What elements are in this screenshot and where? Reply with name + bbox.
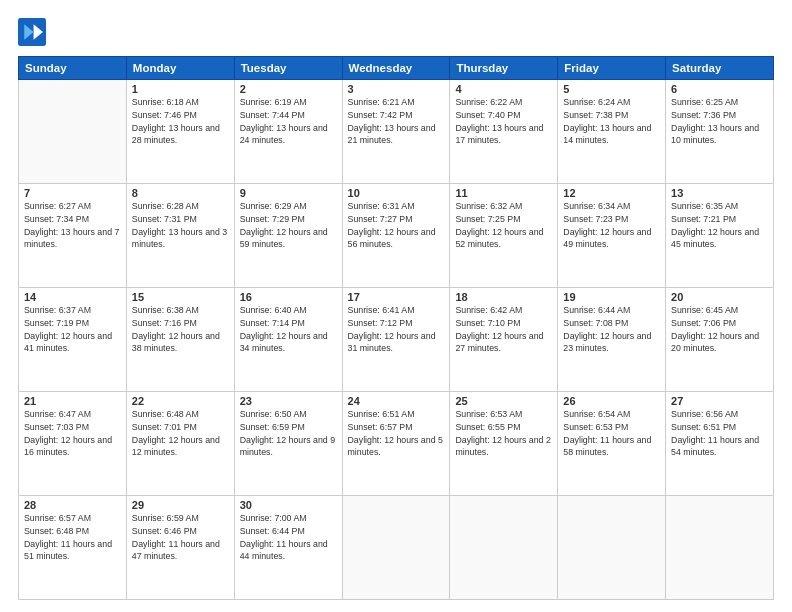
day-number: 28 (24, 499, 121, 511)
calendar-cell (19, 80, 127, 184)
calendar-cell: 30Sunrise: 7:00 AM Sunset: 6:44 PM Dayli… (234, 496, 342, 600)
day-number: 27 (671, 395, 768, 407)
calendar-cell: 11Sunrise: 6:32 AM Sunset: 7:25 PM Dayli… (450, 184, 558, 288)
day-info: Sunrise: 6:27 AM Sunset: 7:34 PM Dayligh… (24, 200, 121, 251)
weekday-header: Tuesday (234, 57, 342, 80)
day-number: 22 (132, 395, 229, 407)
calendar-cell: 7Sunrise: 6:27 AM Sunset: 7:34 PM Daylig… (19, 184, 127, 288)
day-number: 15 (132, 291, 229, 303)
day-number: 30 (240, 499, 337, 511)
calendar-cell: 16Sunrise: 6:40 AM Sunset: 7:14 PM Dayli… (234, 288, 342, 392)
day-number: 12 (563, 187, 660, 199)
day-number: 26 (563, 395, 660, 407)
calendar-cell: 17Sunrise: 6:41 AM Sunset: 7:12 PM Dayli… (342, 288, 450, 392)
day-info: Sunrise: 6:31 AM Sunset: 7:27 PM Dayligh… (348, 200, 445, 251)
day-info: Sunrise: 6:44 AM Sunset: 7:08 PM Dayligh… (563, 304, 660, 355)
day-number: 25 (455, 395, 552, 407)
day-info: Sunrise: 6:45 AM Sunset: 7:06 PM Dayligh… (671, 304, 768, 355)
day-info: Sunrise: 6:48 AM Sunset: 7:01 PM Dayligh… (132, 408, 229, 459)
weekday-header-row: SundayMondayTuesdayWednesdayThursdayFrid… (19, 57, 774, 80)
calendar-cell: 19Sunrise: 6:44 AM Sunset: 7:08 PM Dayli… (558, 288, 666, 392)
week-row: 14Sunrise: 6:37 AM Sunset: 7:19 PM Dayli… (19, 288, 774, 392)
day-info: Sunrise: 6:42 AM Sunset: 7:10 PM Dayligh… (455, 304, 552, 355)
calendar-cell: 25Sunrise: 6:53 AM Sunset: 6:55 PM Dayli… (450, 392, 558, 496)
calendar-cell: 3Sunrise: 6:21 AM Sunset: 7:42 PM Daylig… (342, 80, 450, 184)
day-number: 3 (348, 83, 445, 95)
week-row: 7Sunrise: 6:27 AM Sunset: 7:34 PM Daylig… (19, 184, 774, 288)
calendar-cell: 21Sunrise: 6:47 AM Sunset: 7:03 PM Dayli… (19, 392, 127, 496)
logo-icon (18, 18, 46, 46)
calendar-cell: 29Sunrise: 6:59 AM Sunset: 6:46 PM Dayli… (126, 496, 234, 600)
day-info: Sunrise: 6:28 AM Sunset: 7:31 PM Dayligh… (132, 200, 229, 251)
calendar-cell: 20Sunrise: 6:45 AM Sunset: 7:06 PM Dayli… (666, 288, 774, 392)
day-info: Sunrise: 6:18 AM Sunset: 7:46 PM Dayligh… (132, 96, 229, 147)
calendar-cell: 15Sunrise: 6:38 AM Sunset: 7:16 PM Dayli… (126, 288, 234, 392)
week-row: 28Sunrise: 6:57 AM Sunset: 6:48 PM Dayli… (19, 496, 774, 600)
calendar-cell: 27Sunrise: 6:56 AM Sunset: 6:51 PM Dayli… (666, 392, 774, 496)
day-info: Sunrise: 6:24 AM Sunset: 7:38 PM Dayligh… (563, 96, 660, 147)
weekday-header: Monday (126, 57, 234, 80)
day-info: Sunrise: 6:19 AM Sunset: 7:44 PM Dayligh… (240, 96, 337, 147)
day-number: 5 (563, 83, 660, 95)
day-number: 21 (24, 395, 121, 407)
day-info: Sunrise: 6:59 AM Sunset: 6:46 PM Dayligh… (132, 512, 229, 563)
day-number: 9 (240, 187, 337, 199)
calendar-cell: 14Sunrise: 6:37 AM Sunset: 7:19 PM Dayli… (19, 288, 127, 392)
calendar-cell (450, 496, 558, 600)
day-info: Sunrise: 6:21 AM Sunset: 7:42 PM Dayligh… (348, 96, 445, 147)
day-info: Sunrise: 6:29 AM Sunset: 7:29 PM Dayligh… (240, 200, 337, 251)
day-number: 18 (455, 291, 552, 303)
calendar-cell (666, 496, 774, 600)
day-info: Sunrise: 6:38 AM Sunset: 7:16 PM Dayligh… (132, 304, 229, 355)
calendar-cell: 5Sunrise: 6:24 AM Sunset: 7:38 PM Daylig… (558, 80, 666, 184)
weekday-header: Sunday (19, 57, 127, 80)
weekday-header: Wednesday (342, 57, 450, 80)
day-info: Sunrise: 6:34 AM Sunset: 7:23 PM Dayligh… (563, 200, 660, 251)
day-number: 6 (671, 83, 768, 95)
day-number: 2 (240, 83, 337, 95)
calendar-cell: 9Sunrise: 6:29 AM Sunset: 7:29 PM Daylig… (234, 184, 342, 288)
calendar-cell: 26Sunrise: 6:54 AM Sunset: 6:53 PM Dayli… (558, 392, 666, 496)
day-number: 14 (24, 291, 121, 303)
day-info: Sunrise: 6:57 AM Sunset: 6:48 PM Dayligh… (24, 512, 121, 563)
day-info: Sunrise: 6:37 AM Sunset: 7:19 PM Dayligh… (24, 304, 121, 355)
calendar-cell: 12Sunrise: 6:34 AM Sunset: 7:23 PM Dayli… (558, 184, 666, 288)
day-info: Sunrise: 6:56 AM Sunset: 6:51 PM Dayligh… (671, 408, 768, 459)
day-number: 11 (455, 187, 552, 199)
day-number: 23 (240, 395, 337, 407)
calendar-cell: 1Sunrise: 6:18 AM Sunset: 7:46 PM Daylig… (126, 80, 234, 184)
day-info: Sunrise: 6:47 AM Sunset: 7:03 PM Dayligh… (24, 408, 121, 459)
calendar-cell (558, 496, 666, 600)
day-info: Sunrise: 6:41 AM Sunset: 7:12 PM Dayligh… (348, 304, 445, 355)
calendar-cell: 8Sunrise: 6:28 AM Sunset: 7:31 PM Daylig… (126, 184, 234, 288)
day-number: 19 (563, 291, 660, 303)
day-info: Sunrise: 6:51 AM Sunset: 6:57 PM Dayligh… (348, 408, 445, 459)
calendar-cell: 2Sunrise: 6:19 AM Sunset: 7:44 PM Daylig… (234, 80, 342, 184)
day-info: Sunrise: 6:32 AM Sunset: 7:25 PM Dayligh… (455, 200, 552, 251)
day-number: 7 (24, 187, 121, 199)
calendar-table: SundayMondayTuesdayWednesdayThursdayFrid… (18, 56, 774, 600)
page-header (18, 18, 774, 46)
day-number: 17 (348, 291, 445, 303)
calendar-cell: 23Sunrise: 6:50 AM Sunset: 6:59 PM Dayli… (234, 392, 342, 496)
calendar-cell: 28Sunrise: 6:57 AM Sunset: 6:48 PM Dayli… (19, 496, 127, 600)
day-info: Sunrise: 6:50 AM Sunset: 6:59 PM Dayligh… (240, 408, 337, 459)
day-number: 8 (132, 187, 229, 199)
day-info: Sunrise: 6:35 AM Sunset: 7:21 PM Dayligh… (671, 200, 768, 251)
day-number: 13 (671, 187, 768, 199)
week-row: 1Sunrise: 6:18 AM Sunset: 7:46 PM Daylig… (19, 80, 774, 184)
day-info: Sunrise: 6:40 AM Sunset: 7:14 PM Dayligh… (240, 304, 337, 355)
week-row: 21Sunrise: 6:47 AM Sunset: 7:03 PM Dayli… (19, 392, 774, 496)
calendar-cell: 10Sunrise: 6:31 AM Sunset: 7:27 PM Dayli… (342, 184, 450, 288)
day-info: Sunrise: 7:00 AM Sunset: 6:44 PM Dayligh… (240, 512, 337, 563)
calendar-cell: 4Sunrise: 6:22 AM Sunset: 7:40 PM Daylig… (450, 80, 558, 184)
calendar-cell: 6Sunrise: 6:25 AM Sunset: 7:36 PM Daylig… (666, 80, 774, 184)
calendar-cell: 22Sunrise: 6:48 AM Sunset: 7:01 PM Dayli… (126, 392, 234, 496)
calendar-cell: 24Sunrise: 6:51 AM Sunset: 6:57 PM Dayli… (342, 392, 450, 496)
calendar-cell: 18Sunrise: 6:42 AM Sunset: 7:10 PM Dayli… (450, 288, 558, 392)
day-info: Sunrise: 6:22 AM Sunset: 7:40 PM Dayligh… (455, 96, 552, 147)
day-info: Sunrise: 6:54 AM Sunset: 6:53 PM Dayligh… (563, 408, 660, 459)
weekday-header: Friday (558, 57, 666, 80)
day-info: Sunrise: 6:53 AM Sunset: 6:55 PM Dayligh… (455, 408, 552, 459)
day-number: 10 (348, 187, 445, 199)
